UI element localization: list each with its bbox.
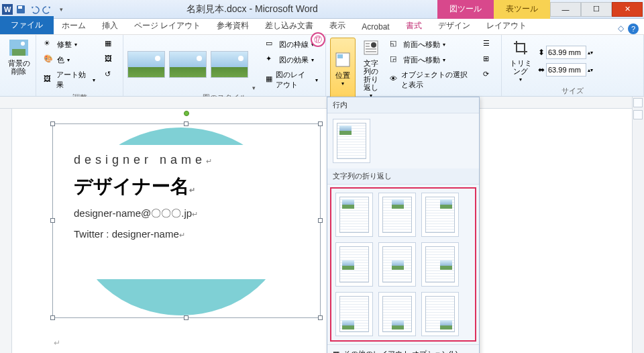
crop-button[interactable]: トリミング ▾: [506, 38, 535, 85]
compress-button[interactable]: ▦: [101, 38, 119, 51]
vertical-ruler[interactable]: [0, 109, 12, 353]
ribbon-tabs: ファイル ホーム 挿入 ページ レイアウト 参考資料 差し込み文書 表示 Acr…: [0, 19, 644, 35]
undo-icon[interactable]: [28, 3, 40, 15]
position-dropdown: 行内 文字列の折り返し ▦ その他のレイアウト オプション(L)...: [327, 97, 480, 353]
position-top-center[interactable]: [378, 193, 416, 237]
view-toggle-icon[interactable]: [633, 110, 643, 119]
svg-rect-5: [12, 49, 25, 56]
position-top-left[interactable]: [335, 193, 373, 237]
align-icon: ☰: [483, 39, 494, 50]
position-button[interactable]: 位置 ▾: [330, 38, 356, 101]
ruler-toggle-icon[interactable]: [633, 98, 643, 107]
table-tools-tab[interactable]: 表ツール: [494, 0, 550, 19]
tab-acrobat[interactable]: Acrobat: [354, 19, 397, 34]
more-layout-options[interactable]: ▦ その他のレイアウト オプション(L)...: [327, 344, 479, 353]
position-bottom-left[interactable]: [335, 292, 373, 336]
handle-tm[interactable]: [184, 121, 189, 126]
minimize-ribbon-icon[interactable]: ◇: [618, 23, 624, 34]
redo-icon[interactable]: [42, 3, 54, 15]
picture-style-1[interactable]: [127, 51, 165, 78]
width-input[interactable]: [546, 63, 586, 77]
close-button[interactable]: ✕: [612, 2, 643, 17]
svg-rect-9: [364, 41, 378, 54]
help-icon[interactable]: ?: [628, 23, 639, 34]
tab-view[interactable]: 表示: [321, 17, 354, 34]
tab-layout[interactable]: レイアウト: [478, 17, 535, 34]
position-bottom-right[interactable]: [421, 292, 459, 336]
maximize-button[interactable]: ☐: [581, 2, 612, 17]
horizontal-ruler[interactable]: [0, 97, 644, 109]
handle-tr[interactable]: [318, 121, 323, 126]
qat-dropdown-icon[interactable]: ▾: [55, 3, 67, 15]
document-title: 名刺見本.docx - Microsoft Word: [67, 3, 437, 15]
wrap-section-label: 文字列の折り返し: [327, 168, 479, 185]
position-top-right[interactable]: [421, 193, 459, 237]
tab-page-layout[interactable]: ページ レイアウト: [126, 17, 209, 34]
picture-tools-tab[interactable]: 図ツール: [437, 0, 494, 19]
wrap-options-highlight: [330, 187, 476, 342]
position-bottom-center[interactable]: [378, 292, 416, 336]
position-middle-right[interactable]: [421, 242, 459, 287]
handle-bm[interactable]: [184, 315, 189, 320]
reset-picture-button[interactable]: ↺: [101, 68, 119, 82]
tab-design[interactable]: デザイン: [430, 17, 478, 34]
group-button[interactable]: ⊞: [480, 53, 497, 66]
tab-file[interactable]: ファイル: [0, 16, 54, 34]
cell-mark: ↵: [54, 338, 60, 348]
corrections-button[interactable]: ☀修整▾: [40, 38, 99, 51]
handle-bl[interactable]: [50, 315, 55, 320]
tab-insert[interactable]: 挿入: [94, 17, 126, 34]
height-field[interactable]: ⬍▴▾: [538, 46, 593, 59]
tab-mailings[interactable]: 差し込み文書: [257, 17, 321, 34]
svg-point-6: [21, 42, 25, 46]
save-icon[interactable]: [15, 3, 27, 15]
svg-rect-3: [18, 6, 22, 9]
send-backward-button[interactable]: ◲背面へ移動▾: [386, 53, 477, 66]
position-inline-option[interactable]: [333, 119, 370, 163]
picture-style-2[interactable]: [169, 51, 207, 78]
picture-style-3[interactable]: [211, 51, 248, 78]
styles-more-icon[interactable]: ▾: [252, 85, 256, 91]
rotate-button[interactable]: ⟳: [480, 68, 497, 82]
quick-access-toolbar: W ▾: [1, 3, 67, 15]
rotate-handle[interactable]: [184, 111, 189, 116]
group-icon: ⊞: [483, 54, 494, 65]
wrap-text-button[interactable]: 文字列の 折り返し ▾: [358, 38, 384, 101]
document-area: designer name↵ デザイナー名↵ designer-name@〇〇〇…: [0, 97, 644, 353]
height-input[interactable]: [546, 46, 586, 59]
remove-bg-icon: [9, 40, 28, 58]
color-button[interactable]: 🎨色▾: [40, 53, 99, 66]
remove-background-button[interactable]: 背景の 削除: [4, 38, 34, 77]
tab-home[interactable]: ホーム: [54, 17, 94, 34]
picture-layout-button[interactable]: ▦図のレイアウト▾: [262, 68, 321, 91]
reset-icon: ↺: [105, 70, 115, 81]
position-middle-left[interactable]: [335, 242, 373, 287]
handle-br[interactable]: [318, 315, 323, 320]
backward-icon: ◲: [390, 54, 400, 65]
inline-section-label: 行内: [327, 97, 479, 113]
annotation-callout: ⑰: [311, 32, 325, 47]
selection-box[interactable]: [52, 123, 321, 318]
width-field[interactable]: ⬌▴▾: [538, 63, 593, 77]
selection-pane-button[interactable]: 👁オブジェクトの選択と表示: [386, 68, 477, 91]
handle-mr[interactable]: [318, 218, 323, 223]
brightness-icon: ☀: [44, 39, 54, 50]
selection-icon: 👁: [390, 74, 398, 85]
bring-forward-button[interactable]: ◱前面へ移動▾: [386, 38, 477, 51]
artistic-effects-button[interactable]: 🖼アート効果▾: [40, 68, 99, 91]
handle-tl[interactable]: [50, 121, 55, 126]
more-options-icon: ▦: [333, 350, 339, 353]
picture-effects-button[interactable]: ✦図の効果▾: [262, 53, 321, 66]
rotate-icon: ⟳: [483, 70, 494, 81]
align-button[interactable]: ☰: [480, 38, 497, 51]
tab-references[interactable]: 参考資料: [209, 17, 257, 34]
change-pic-icon: 🖼: [105, 54, 115, 65]
change-picture-button[interactable]: 🖼: [101, 53, 119, 66]
handle-ml[interactable]: [50, 218, 55, 223]
minimize-button[interactable]: —: [550, 2, 581, 17]
pic-layout-icon: ▦: [266, 74, 273, 85]
vertical-scrollbar[interactable]: [632, 97, 644, 353]
position-middle-center[interactable]: [378, 242, 416, 287]
tab-format[interactable]: 書式: [398, 17, 430, 34]
effects-icon: ✦: [266, 54, 276, 65]
